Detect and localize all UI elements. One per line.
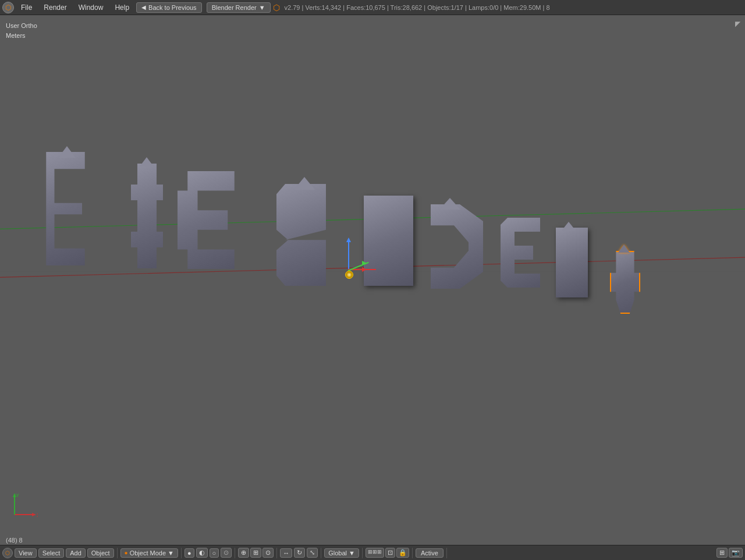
render-region-btn[interactable]: ⊡ bbox=[385, 548, 395, 558]
viewport-shading-btn-4[interactable]: ⊙ bbox=[221, 548, 232, 558]
back-icon: ◀ bbox=[141, 4, 146, 10]
scene-object-8-top bbox=[562, 222, 576, 231]
viewport-shading-btn-3[interactable]: ○ bbox=[210, 548, 219, 558]
select-menu-button[interactable]: Select bbox=[38, 548, 65, 558]
viewport-shading-btn-1[interactable]: ● bbox=[185, 548, 194, 558]
scene-object-8 bbox=[556, 228, 588, 297]
object-mode-label: Object Mode bbox=[130, 550, 166, 557]
grid-btn[interactable]: ⊞⊞⊞ bbox=[366, 548, 384, 558]
transform-space-label: Global bbox=[328, 550, 347, 557]
scene-object-4-top bbox=[294, 177, 315, 190]
scene-object-6-top bbox=[439, 198, 460, 210]
gizmo-center bbox=[345, 271, 353, 279]
blender-logo-icon[interactable]: ⬡ bbox=[2, 2, 14, 13]
scale-icon-btn[interactable]: ⤡ bbox=[307, 548, 318, 558]
add-menu-button[interactable]: Add bbox=[66, 548, 86, 558]
translate-icon-btn[interactable]: ↔ bbox=[280, 548, 292, 558]
toolbar-icons-group: ⊕ ⊞ ⊙ bbox=[238, 548, 274, 558]
scene-object-4 bbox=[276, 184, 335, 286]
playback-controls[interactable]: ⊞ bbox=[716, 548, 728, 558]
space-dropdown-icon: ▼ bbox=[349, 550, 355, 557]
separator-1 bbox=[117, 548, 118, 558]
render-engine-label: Blender Render bbox=[212, 4, 257, 11]
separator-3 bbox=[235, 548, 235, 558]
svg-text:X: X bbox=[37, 512, 38, 518]
scene-object-6 bbox=[425, 204, 483, 289]
right-icons: ⊞ 📷 bbox=[716, 548, 743, 558]
back-label: Back to Previous bbox=[148, 4, 197, 11]
transform-gizmo bbox=[332, 247, 367, 282]
viewport-expand-icon[interactable]: ◤ bbox=[735, 20, 740, 28]
svg-text:Y: Y bbox=[16, 492, 19, 498]
dropdown-icon: ▼ bbox=[259, 4, 265, 11]
object-menu-button[interactable]: Object bbox=[87, 548, 114, 558]
scene-object-7 bbox=[501, 218, 547, 288]
viewport-shading-btn-2[interactable]: ◐ bbox=[196, 548, 208, 558]
separator-4 bbox=[276, 548, 277, 558]
camera-icon-btn[interactable]: 📷 bbox=[729, 548, 743, 558]
rotate-icon-btn[interactable]: ↻ bbox=[294, 548, 305, 558]
misc-icons-group: ⊞⊞⊞ ⊡ 🔒 bbox=[366, 548, 409, 558]
scene-object-2 bbox=[131, 164, 163, 268]
separator-6 bbox=[362, 548, 363, 558]
menu-window[interactable]: Window bbox=[74, 2, 108, 13]
render-engine-selector[interactable]: Blender Render ▼ bbox=[207, 2, 271, 13]
separator-7 bbox=[412, 548, 413, 558]
transform-space-selector[interactable]: Global ▼ bbox=[324, 548, 359, 558]
selected-object bbox=[610, 251, 640, 314]
scene-object-3 bbox=[178, 171, 244, 269]
pivot-point-btn[interactable]: ⊕ bbox=[238, 548, 249, 558]
proportional-edit-btn[interactable]: ⊙ bbox=[262, 548, 274, 558]
view-menu-button[interactable]: View bbox=[15, 548, 37, 558]
separator-8 bbox=[446, 548, 447, 558]
mode-dropdown-icon: ▼ bbox=[168, 550, 174, 557]
bottom-status-bar: ⬡ View Select Add Object ● Object Mode ▼… bbox=[0, 545, 745, 560]
scene-object-2-top bbox=[140, 157, 154, 166]
units-label: Meters bbox=[6, 31, 37, 41]
scene-object-1-top bbox=[58, 146, 76, 158]
scene-object-1 bbox=[38, 152, 93, 265]
viewport-info: User Ortho Meters bbox=[6, 21, 37, 40]
menu-help[interactable]: Help bbox=[110, 2, 134, 13]
version-stats: v2.79 | Verts:14,342 | Faces:10,675 | Tr… bbox=[285, 4, 550, 11]
object-mode-selector[interactable]: ● Object Mode ▼ bbox=[120, 548, 178, 558]
svg-marker-4 bbox=[32, 513, 36, 516]
separator-5 bbox=[321, 548, 321, 558]
selected-object-top bbox=[618, 244, 630, 253]
blender-orange-icon: ⬡ bbox=[273, 3, 280, 12]
scene-object-5 bbox=[364, 196, 413, 286]
active-label-badge: Active bbox=[416, 548, 444, 558]
separator-2 bbox=[181, 548, 182, 558]
snap-btn[interactable]: ⊞ bbox=[250, 548, 261, 558]
3d-viewport[interactable]: User Ortho Meters ◤ bbox=[0, 15, 745, 550]
lock-camera-btn[interactable]: 🔒 bbox=[396, 548, 409, 558]
bottom-blender-icon[interactable]: ⬡ bbox=[2, 548, 13, 558]
axes-indicator: X Y bbox=[9, 491, 38, 520]
back-to-previous-button[interactable]: ◀ Back to Previous bbox=[136, 2, 202, 13]
view-mode-label: User Ortho bbox=[6, 21, 37, 31]
top-menu-bar: ⬡ File Render Window Help ◀ Back to Prev… bbox=[0, 0, 745, 15]
frame-counter: (48) 8 bbox=[6, 537, 23, 544]
menu-file[interactable]: File bbox=[16, 2, 37, 13]
menu-render[interactable]: Render bbox=[39, 2, 71, 13]
